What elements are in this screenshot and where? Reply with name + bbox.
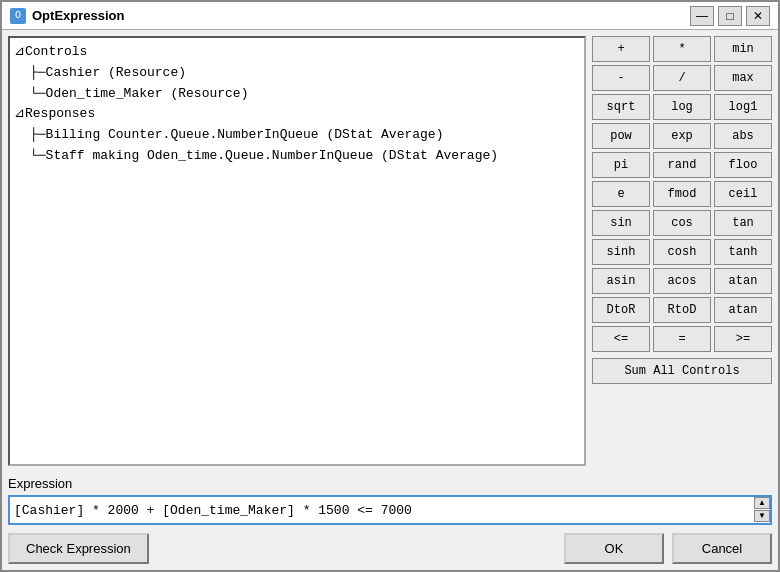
calc-button-exp[interactable]: exp: [653, 123, 711, 149]
window-title: OptExpression: [32, 8, 124, 23]
calc-button-rtod[interactable]: RtoD: [653, 297, 711, 323]
calc-button-/[interactable]: /: [653, 65, 711, 91]
right-panel: +*min-/maxsqrtloglog1powexpabspirandfloo…: [592, 36, 772, 466]
ok-cancel-buttons: OK Cancel: [564, 533, 772, 564]
bottom-section: Expression ▲ ▼ Check Expression OK Cance…: [2, 472, 778, 570]
expression-wrapper: ▲ ▼: [8, 495, 772, 525]
calc-button-min[interactable]: min: [714, 36, 772, 62]
calc-button-rand[interactable]: rand: [653, 152, 711, 178]
sum-all-button[interactable]: Sum All Controls: [592, 358, 772, 384]
main-content: ⊿Controls├─Cashier (Resource)└─Oden_time…: [2, 30, 778, 472]
calc-button-=[interactable]: =: [653, 326, 711, 352]
expression-label: Expression: [8, 476, 772, 491]
calc-button-sinh[interactable]: sinh: [592, 239, 650, 265]
calc-button--[interactable]: -: [592, 65, 650, 91]
calc-button-+[interactable]: +: [592, 36, 650, 62]
check-expression-button[interactable]: Check Expression: [8, 533, 149, 564]
calc-button-fmod[interactable]: fmod: [653, 181, 711, 207]
calc-button-e[interactable]: e: [592, 181, 650, 207]
calc-button->=[interactable]: >=: [714, 326, 772, 352]
calc-button-ceil[interactable]: ceil: [714, 181, 772, 207]
calc-button-log[interactable]: log: [653, 94, 711, 120]
maximize-button[interactable]: □: [718, 6, 742, 26]
calc-button-sqrt[interactable]: sqrt: [592, 94, 650, 120]
calc-button-floo[interactable]: floo: [714, 152, 772, 178]
spin-up-button[interactable]: ▲: [754, 497, 770, 509]
calc-button-atan[interactable]: atan: [714, 268, 772, 294]
calc-button-atan[interactable]: atan: [714, 297, 772, 323]
tree-panel[interactable]: ⊿Controls├─Cashier (Resource)└─Oden_time…: [8, 36, 586, 466]
calc-button-cos[interactable]: cos: [653, 210, 711, 236]
calc-button-*[interactable]: *: [653, 36, 711, 62]
button-grid: +*min-/maxsqrtloglog1powexpabspirandfloo…: [592, 36, 772, 352]
tree-item[interactable]: ├─Cashier (Resource): [14, 63, 580, 84]
tree-item[interactable]: └─Staff making Oden_time.Queue.NumberInQ…: [14, 146, 580, 167]
calc-button-pi[interactable]: pi: [592, 152, 650, 178]
spin-down-button[interactable]: ▼: [754, 510, 770, 522]
tree-item[interactable]: └─Oden_time_Maker (Resource): [14, 84, 580, 105]
main-window: O OptExpression — □ ✕ ⊿Controls├─Cashier…: [0, 0, 780, 572]
title-bar-left: O OptExpression: [10, 8, 124, 24]
ok-button[interactable]: OK: [564, 533, 664, 564]
expression-input[interactable]: [8, 495, 772, 525]
app-icon: O: [10, 8, 26, 24]
minimize-button[interactable]: —: [690, 6, 714, 26]
calc-button-dtor[interactable]: DtoR: [592, 297, 650, 323]
calc-button-sin[interactable]: sin: [592, 210, 650, 236]
cancel-button[interactable]: Cancel: [672, 533, 772, 564]
tree-item[interactable]: ⊿Controls: [14, 42, 580, 63]
calc-button-max[interactable]: max: [714, 65, 772, 91]
calc-button-pow[interactable]: pow: [592, 123, 650, 149]
calc-button-cosh[interactable]: cosh: [653, 239, 711, 265]
spin-buttons: ▲ ▼: [754, 497, 770, 522]
title-bar-controls: — □ ✕: [690, 6, 770, 26]
calc-button-tan[interactable]: tan: [714, 210, 772, 236]
left-panel: ⊿Controls├─Cashier (Resource)└─Oden_time…: [8, 36, 586, 466]
calc-button-tanh[interactable]: tanh: [714, 239, 772, 265]
close-button[interactable]: ✕: [746, 6, 770, 26]
tree-item[interactable]: ⊿Responses: [14, 104, 580, 125]
calc-button-acos[interactable]: acos: [653, 268, 711, 294]
calc-button-asin[interactable]: asin: [592, 268, 650, 294]
tree-item[interactable]: ├─Billing Counter.Queue.NumberInQueue (D…: [14, 125, 580, 146]
action-buttons: Check Expression OK Cancel: [8, 533, 772, 564]
calc-button-abs[interactable]: abs: [714, 123, 772, 149]
calc-button-<=[interactable]: <=: [592, 326, 650, 352]
title-bar: O OptExpression — □ ✕: [2, 2, 778, 30]
calc-button-log1[interactable]: log1: [714, 94, 772, 120]
